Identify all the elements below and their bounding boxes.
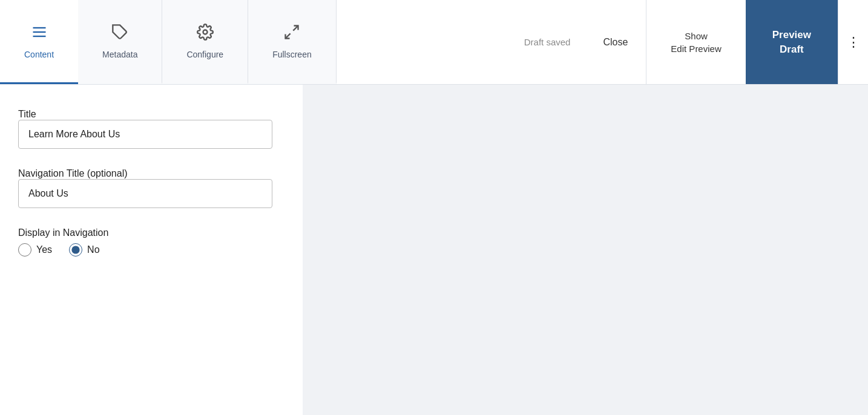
nav-title-label: Navigation Title (optional) (18, 168, 128, 178)
tab-configure-label: Configure (186, 50, 223, 59)
tab-configure[interactable]: Configure (162, 0, 248, 84)
nav-title-input[interactable] (18, 179, 272, 208)
close-button[interactable]: Close (585, 37, 646, 48)
svg-line-6 (286, 33, 291, 38)
preview-draft-line2: Draft (780, 42, 804, 57)
more-options-button[interactable]: ⋮ (838, 0, 868, 84)
tab-fullscreen[interactable]: Fullscreen (248, 0, 337, 84)
nav-title-field-group: Navigation Title (optional) (18, 168, 278, 208)
radio-yes-input[interactable] (18, 243, 31, 257)
main-content: Title Navigation Title (optional) Displa… (0, 85, 303, 415)
show-edit-preview-line2: Edit Preview (671, 42, 721, 55)
configure-icon (197, 24, 214, 45)
display-in-nav-field-group: Display in Navigation Yes No (18, 227, 278, 257)
tab-fullscreen-label: Fullscreen (272, 50, 312, 59)
more-options-icon: ⋮ (847, 34, 860, 50)
svg-line-5 (294, 25, 298, 30)
tab-content[interactable]: Content (0, 0, 78, 84)
svg-point-4 (203, 30, 207, 34)
radio-yes-label: Yes (36, 244, 52, 255)
radio-no-label: No (87, 244, 99, 255)
fullscreen-icon (283, 24, 300, 45)
title-label: Title (18, 109, 36, 119)
content-icon (31, 24, 48, 45)
show-edit-preview-line1: Show (685, 30, 708, 42)
tab-metadata[interactable]: Metadata (78, 0, 162, 84)
tab-metadata-label: Metadata (102, 50, 137, 59)
display-in-nav-label: Display in Navigation (18, 227, 108, 238)
tab-content-label: Content (24, 50, 54, 59)
preview-draft-line1: Preview (772, 28, 811, 42)
nav-right-actions: Draft saved Close Show Edit Preview Prev… (510, 0, 868, 84)
metadata-icon (111, 24, 128, 45)
show-edit-preview-button[interactable]: Show Edit Preview (646, 0, 745, 84)
radio-group: Yes No (18, 243, 278, 257)
preview-draft-button[interactable]: Preview Draft (746, 0, 838, 84)
title-input[interactable] (18, 120, 272, 149)
draft-saved-status: Draft saved (510, 37, 585, 47)
radio-yes-option[interactable]: Yes (18, 243, 52, 257)
top-nav: Content Metadata Configure (0, 0, 868, 85)
radio-no-input[interactable] (69, 243, 82, 257)
radio-no-option[interactable]: No (69, 243, 99, 257)
nav-spacer (337, 0, 510, 84)
title-field-group: Title (18, 109, 278, 149)
